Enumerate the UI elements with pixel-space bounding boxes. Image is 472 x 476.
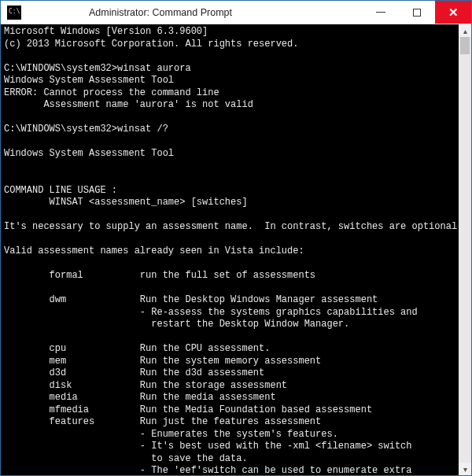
- scrollbar[interactable]: ▴ ▾: [459, 24, 471, 475]
- app-window: Administrator: Command Prompt ✕ Microsof…: [0, 0, 472, 476]
- window-title: Administrator: Command Prompt: [0, 7, 363, 18]
- titlebar[interactable]: Administrator: Command Prompt ✕: [1, 1, 471, 24]
- cmd-icon: [7, 6, 21, 20]
- scroll-up-button[interactable]: ▴: [459, 24, 471, 37]
- terminal-output[interactable]: Microsoft Windows [Version 6.3.9600] (c)…: [1, 24, 471, 475]
- close-button[interactable]: ✕: [435, 1, 471, 24]
- scroll-track[interactable]: [459, 37, 471, 463]
- minimize-button[interactable]: [363, 1, 399, 24]
- console-area: Microsoft Windows [Version 6.3.9600] (c)…: [1, 24, 471, 475]
- scroll-thumb[interactable]: [460, 37, 470, 54]
- window-buttons: ✕: [363, 1, 471, 24]
- scroll-down-button[interactable]: ▾: [459, 463, 471, 475]
- maximize-button[interactable]: [399, 1, 435, 24]
